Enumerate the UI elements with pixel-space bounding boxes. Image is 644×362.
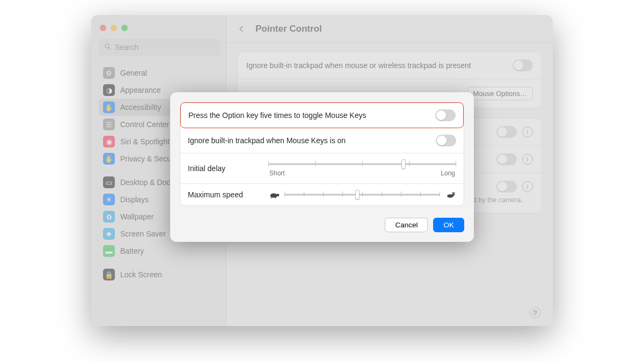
option-row-1-toggle[interactable] xyxy=(496,126,517,138)
info-icon[interactable]: i xyxy=(522,154,533,165)
initial-delay-row: Initial delay Short Long xyxy=(180,153,464,184)
ignore-trackpad-mk-toggle[interactable] xyxy=(436,135,456,146)
turtle-icon xyxy=(268,191,280,198)
close-window-button[interactable] xyxy=(100,25,106,31)
initial-delay-max-label: Long xyxy=(441,169,455,177)
ok-button[interactable]: OK xyxy=(433,218,464,232)
ignore-trackpad-toggle[interactable] xyxy=(513,60,533,71)
ignore-trackpad-mk-row: Ignore built-in trackpad when Mouse Keys… xyxy=(180,128,464,153)
cancel-button[interactable]: Cancel xyxy=(385,218,428,232)
page-title: Pointer Control xyxy=(255,24,322,34)
svg-point-3 xyxy=(276,194,279,196)
search-field[interactable] xyxy=(99,39,221,56)
sidebar-icon: ⚙ xyxy=(103,67,115,79)
mouse-keys-options-sheet: Press the Option key five times to toggl… xyxy=(170,92,474,242)
minimize-window-button[interactable] xyxy=(111,25,117,31)
svg-line-1 xyxy=(109,47,111,49)
initial-delay-min-label: Short xyxy=(269,169,285,177)
max-speed-label: Maximum speed xyxy=(188,190,263,199)
initial-delay-label: Initial delay xyxy=(188,164,263,173)
ignore-trackpad-label: Ignore built-in trackpad when mouse or w… xyxy=(246,61,471,70)
search-icon xyxy=(104,43,112,52)
sidebar-item-label: Control Center xyxy=(120,120,169,129)
ignore-trackpad-mk-label: Ignore built-in trackpad when Mouse Keys… xyxy=(188,136,430,145)
help-button[interactable]: ? xyxy=(529,307,541,319)
window-controls xyxy=(99,23,221,35)
mouse-options-button[interactable]: Mouse Options… xyxy=(467,87,533,100)
svg-point-0 xyxy=(105,44,109,48)
sidebar-item-label: Siri & Spotlight xyxy=(120,137,170,146)
svg-rect-4 xyxy=(270,197,272,198)
initial-delay-slider[interactable] xyxy=(268,160,456,168)
sidebar-item-label: General xyxy=(120,69,147,77)
max-speed-row: Maximum speed xyxy=(180,184,464,205)
toggle-mouse-keys-toggle[interactable] xyxy=(435,109,456,121)
sidebar-item-label: Desktop & Dock xyxy=(120,178,174,187)
rabbit-icon xyxy=(444,191,456,198)
sheet-body: Press the Option key five times to toggl… xyxy=(180,102,464,206)
search-input[interactable] xyxy=(115,43,215,51)
info-icon[interactable]: i xyxy=(522,181,533,192)
sidebar-item-label: Battery xyxy=(120,247,144,255)
sidebar-item-label: Displays xyxy=(120,195,149,204)
zoom-window-button[interactable] xyxy=(121,25,128,31)
svg-rect-5 xyxy=(275,197,276,198)
option-row-2-toggle[interactable] xyxy=(496,153,517,165)
sidebar-item-label: Accessibility xyxy=(120,103,161,112)
sidebar-item-general[interactable]: ⚙General xyxy=(99,64,221,82)
sidebar-item-label: Screen Saver xyxy=(120,230,166,238)
sidebar-item-lock-screen[interactable]: 🔒Lock Screen xyxy=(99,266,221,283)
sidebar-item-label: Wallpaper xyxy=(120,212,154,221)
toggle-mouse-keys-row: Press the Option key five times to toggl… xyxy=(180,102,464,128)
sidebar-icon: ▭ xyxy=(103,176,115,188)
toggle-mouse-keys-label: Press the Option key five times to toggl… xyxy=(188,111,430,120)
titlebar: Pointer Control xyxy=(226,15,553,43)
sidebar-item-battery[interactable]: ▬Battery xyxy=(99,242,221,260)
sidebar-icon: ✋ xyxy=(103,101,115,113)
head-pointer-toggle[interactable] xyxy=(496,181,517,193)
ignore-trackpad-row: Ignore built-in trackpad when mouse or w… xyxy=(238,52,541,79)
sidebar-icon: ☀ xyxy=(103,194,115,205)
sidebar-icon: ✋ xyxy=(103,153,115,165)
info-icon[interactable]: i xyxy=(522,127,533,137)
back-button[interactable] xyxy=(235,23,248,35)
sidebar-item-label: Appearance xyxy=(120,86,161,94)
system-settings-window: ⚙General◑Appearance✋Accessibility☰Contro… xyxy=(91,15,553,326)
sidebar-icon: ▬ xyxy=(103,245,115,257)
sidebar-icon: ☰ xyxy=(103,119,115,130)
sidebar-icon: ◑ xyxy=(103,84,115,96)
sidebar-icon: ✿ xyxy=(103,211,115,223)
sidebar-item-label: Lock Screen xyxy=(120,270,162,279)
sidebar-icon: ❖ xyxy=(103,228,115,240)
max-speed-slider[interactable] xyxy=(284,190,440,199)
sidebar-icon: ◉ xyxy=(103,136,115,147)
sidebar-icon: 🔒 xyxy=(103,269,115,280)
sheet-footer: Cancel OK xyxy=(170,212,474,242)
